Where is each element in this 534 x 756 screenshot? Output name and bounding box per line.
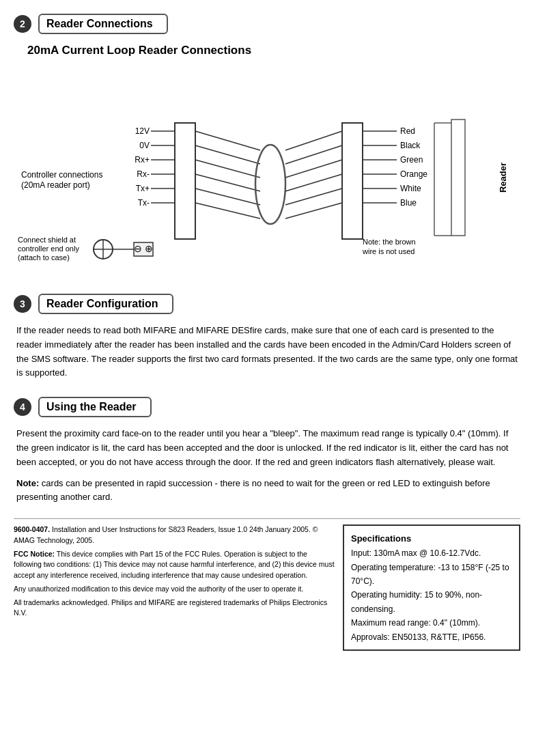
spec-line-3: Operating humidity: 15 to 90%, non-conde…	[351, 588, 512, 616]
footer-line4: All trademarks acknowledged. Philips and…	[14, 598, 336, 619]
section4-text1: Present the proximity card face-on to th…	[14, 427, 520, 469]
reader-bracket	[451, 120, 465, 236]
wire-txp: Tx+	[136, 184, 150, 193]
terminal-block-right	[342, 123, 363, 239]
section3-title: Reader Configuration	[38, 294, 173, 314]
spec-line-2: Operating temperature: -13 to 158°F (-25…	[351, 561, 512, 589]
svg-line-0	[195, 131, 260, 150]
section4-number: 4	[14, 398, 31, 416]
svg-line-4	[195, 188, 260, 205]
controller-label: Controller connections	[21, 170, 102, 180]
svg-line-10	[285, 188, 342, 205]
wire-black: Black	[400, 141, 421, 150]
footer-specs: Specifications Input: 130mA max @ 10.6-1…	[343, 524, 520, 651]
section2-header: 2 Reader Connections	[14, 14, 520, 34]
section4-note-text: cards can be presented in rapid successi…	[16, 478, 490, 503]
wire-orange: Orange	[400, 169, 427, 179]
svg-line-9	[285, 174, 342, 191]
svg-line-2	[195, 160, 260, 178]
wire-rxm: Rx-	[137, 169, 150, 179]
wire-rxp: Rx+	[135, 155, 150, 165]
diagram-title: 20mA Current Loop Reader Connections	[27, 44, 520, 57]
footer-doc-text: Installation and User Instructions for S…	[14, 525, 318, 544]
section3-number: 3	[14, 295, 31, 313]
svg-line-3	[195, 174, 260, 191]
section3-header: 3 Reader Configuration	[14, 294, 520, 314]
wire-12v: 12V	[135, 126, 150, 136]
svg-line-1	[195, 145, 260, 164]
section4-text2: Note: cards can be presented in rapid su…	[14, 477, 520, 505]
svg-line-6	[285, 131, 342, 150]
footer-fcc-label: FCC Notice:	[14, 550, 55, 558]
specs-title: Specifications	[351, 531, 512, 546]
ground-minus: ⊖ ⊕	[134, 243, 153, 254]
wire-white: White	[400, 184, 421, 193]
shield-label2: controller end only	[18, 244, 79, 253]
shield-label1: Connect shield at	[18, 236, 76, 244]
footer-doc-number: 9600-0407.	[14, 525, 50, 533]
footer-line3: Any unauthorized modification to this de…	[14, 584, 336, 595]
wire-txm: Tx-	[138, 198, 150, 208]
section4-title: Using the Reader	[38, 397, 152, 417]
section4-header: 4 Using the Reader	[14, 397, 520, 417]
svg-line-11	[285, 203, 342, 219]
wire-blue: Blue	[400, 198, 417, 208]
wire-green: Green	[400, 155, 423, 165]
reader-label: Reader	[498, 163, 508, 193]
svg-line-8	[285, 160, 342, 178]
shield-label3: (attach to case)	[18, 253, 70, 262]
wiring-diagram: Controller connections (20mA reader port…	[14, 68, 520, 280]
note-label2: wire is not used	[362, 247, 414, 255]
section3-text: If the reader needs to read both MIFARE …	[14, 324, 520, 380]
spec-line-4: Maximum read range: 0.4" (10mm).	[351, 616, 512, 630]
footer: 9600-0407. Installation and User Instruc…	[14, 518, 520, 651]
footer-fcc-text: This device complies with Part 15 of the…	[14, 550, 335, 580]
terminal-block-left	[175, 123, 195, 239]
footer-doc: 9600-0407. Installation and User Instruc…	[14, 524, 336, 546]
wiring-diagram-svg: Controller connections (20mA reader port…	[14, 68, 520, 280]
section4-note-label: Note:	[16, 478, 39, 488]
controller-label2: (20mA reader port)	[21, 180, 90, 190]
wire-bundle	[255, 145, 285, 224]
section2-number: 2	[14, 15, 31, 33]
spec-line-5: Approvals: EN50133, R&TTE, IP656.	[351, 630, 512, 644]
wire-red: Red	[400, 126, 415, 136]
wire-0v: 0V	[139, 141, 150, 150]
spec-line-1: Input: 130mA max @ 10.6-12.7Vdc.	[351, 546, 512, 560]
footer-left: 9600-0407. Installation and User Instruc…	[14, 524, 336, 651]
note-label1: Note: the brown	[363, 238, 416, 246]
footer-fcc: FCC Notice: This device complies with Pa…	[14, 549, 336, 581]
section2-title: Reader Connections	[38, 14, 168, 34]
svg-line-5	[195, 203, 260, 219]
svg-line-7	[285, 145, 342, 164]
